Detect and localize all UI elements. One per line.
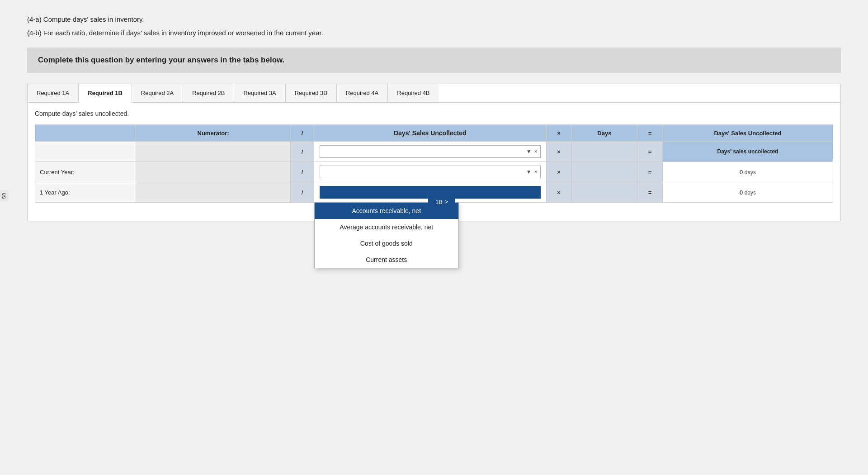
- multiply-1year: ×: [546, 182, 571, 203]
- numerator-field-current[interactable]: [142, 166, 285, 178]
- days-input-1year[interactable]: [591, 189, 618, 196]
- complete-instruction: Complete this question by entering your …: [27, 48, 841, 73]
- numerator-input-current[interactable]: [136, 162, 291, 182]
- days-1year[interactable]: [571, 182, 637, 203]
- result-number-current: 0: [740, 169, 743, 176]
- numerator-input-1year[interactable]: [136, 182, 291, 203]
- next-button-label: 1B: [435, 199, 443, 205]
- slash-header: /: [291, 142, 314, 162]
- numerator-field-1year[interactable]: [142, 186, 285, 199]
- result-unit-current: days: [745, 169, 756, 176]
- dropdown-arrow-header[interactable]: ▼: [526, 148, 532, 155]
- tab-required-1a[interactable]: Required 1A: [28, 84, 79, 102]
- col-numerator-header: Numerator:: [136, 125, 291, 142]
- dropdown-close-current[interactable]: ×: [534, 169, 538, 175]
- numerator-input-header[interactable]: [136, 142, 291, 162]
- result-value-1year: 0 days: [663, 182, 833, 203]
- denominator-cell-current[interactable]: ▼ ×: [314, 162, 546, 182]
- multiply-current: ×: [546, 162, 571, 182]
- table-row-current-year: Current Year: / ▼ ×: [35, 162, 833, 182]
- tab-required-2b[interactable]: Required 2B: [183, 84, 234, 102]
- result-label-header: Days' sales uncollected: [663, 142, 833, 162]
- dropdown-option-current-assets[interactable]: Current assets: [315, 252, 458, 268]
- tab-required-3a[interactable]: Required 3A: [234, 84, 285, 102]
- next-button[interactable]: 1B >: [428, 195, 455, 209]
- intro-line1: (4-a) Compute days' sales in inventory.: [27, 14, 841, 25]
- row-label-header: [35, 142, 136, 162]
- row-label-1year: 1 Year Ago:: [35, 182, 136, 203]
- col-main-title: Days' Sales Uncollected: [314, 125, 546, 142]
- tab-required-3b[interactable]: Required 3B: [286, 84, 337, 102]
- dropdown-option-cost-of-goods[interactable]: Cost of goods sold: [315, 235, 458, 252]
- dropdown-close-header[interactable]: ×: [534, 148, 538, 155]
- col-days-header: Days: [571, 125, 637, 142]
- result-number-1year: 0: [740, 189, 743, 196]
- days-current[interactable]: [571, 162, 637, 182]
- denominator-dropdown-header[interactable]: ▼ ×: [320, 145, 541, 158]
- denominator-cell-header[interactable]: ▼ ×: [314, 142, 546, 162]
- col-slash-header: /: [291, 125, 314, 142]
- formula-table: Numerator: / Days' Sales Uncollected × D…: [35, 124, 833, 203]
- dropdown-option-avg-accounts-receivable[interactable]: Average accounts receivable, net: [315, 219, 458, 235]
- col-empty: [35, 125, 136, 142]
- tabs-row: Required 1A Required 1B Required 2A Requ…: [28, 84, 840, 103]
- days-input-current[interactable]: [591, 169, 618, 176]
- table-row-header: / ▼ × × = Days' sales un: [35, 142, 833, 162]
- multiply-header: ×: [546, 142, 571, 162]
- result-unit-1year: days: [745, 190, 756, 196]
- row-label-current: Current Year:: [35, 162, 136, 182]
- equals-current: =: [637, 162, 663, 182]
- dropdown-arrow-current[interactable]: ▼: [526, 169, 532, 175]
- tabs-container: Required 1A Required 1B Required 2A Requ…: [27, 84, 841, 221]
- next-button-container: 1B >: [428, 195, 455, 209]
- denominator-dropdown-current[interactable]: ▼ ×: [320, 166, 541, 178]
- intro-text: (4-a) Compute days' sales in inventory. …: [27, 14, 841, 38]
- tab-description: Compute days' sales uncollected.: [35, 110, 833, 117]
- result-value-current: 0 days: [663, 162, 833, 182]
- equals-1year: =: [637, 182, 663, 203]
- col-equals-header: =: [637, 125, 663, 142]
- intro-line2: (4-b) For each ratio, determine if days'…: [27, 27, 841, 39]
- tab-required-4a[interactable]: Required 4A: [337, 84, 388, 102]
- formula-table-wrapper: Numerator: / Days' Sales Uncollected × D…: [35, 124, 833, 203]
- numerator-field-header[interactable]: [142, 145, 285, 158]
- col-result-header: Days' Sales Uncollected: [663, 125, 833, 142]
- equals-header: =: [637, 142, 663, 162]
- days-header: [571, 142, 637, 162]
- tab-required-1b[interactable]: Required 1B: [79, 84, 132, 103]
- tab-content: Compute days' sales uncollected. Numerat…: [28, 103, 840, 221]
- slash-1year: /: [291, 182, 314, 203]
- slash-current: /: [291, 162, 314, 182]
- next-button-chevron: >: [444, 198, 448, 205]
- denominator-dropdown-menu[interactable]: Accounts receivable, net Average account…: [314, 202, 459, 268]
- sidebar-label: es: [0, 190, 9, 202]
- tab-required-4b[interactable]: Required 4B: [388, 84, 439, 102]
- tab-required-2a[interactable]: Required 2A: [132, 84, 183, 102]
- col-multiply-header: ×: [546, 125, 571, 142]
